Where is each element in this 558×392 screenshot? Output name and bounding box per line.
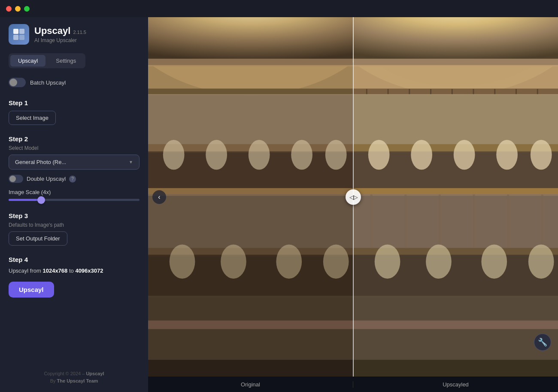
upscayled-image: [353, 17, 558, 377]
step3-label: Step 3: [9, 212, 140, 219]
nav-arrow-left[interactable]: ‹: [152, 190, 166, 204]
svg-point-24: [221, 244, 246, 279]
batch-label: Batch Upscayl: [30, 79, 66, 86]
step4-label: Step 4: [9, 256, 140, 263]
image-area: ◁▷ ‹ 🔧 Original Upscayled: [148, 17, 558, 392]
minimize-button[interactable]: [15, 6, 21, 12]
svg-point-16: [249, 140, 270, 170]
copyright-line1: Copyright © 2024 – Upscayl: [9, 370, 140, 378]
svg-rect-3: [19, 35, 24, 40]
chevron-down-icon: ▼: [129, 160, 133, 164]
step4-original-size: 1024x768: [42, 267, 67, 274]
svg-rect-41: [451, 89, 452, 95]
svg-rect-57: [404, 194, 406, 249]
sidebar: Upscayl 2.11.5 AI Image Upscaler Upscayl…: [0, 17, 148, 392]
copyright-line2: By The Upscayl Team: [9, 377, 140, 385]
copyright: Copyright © 2024 – Upscayl By The Upscay…: [9, 362, 140, 385]
svg-rect-46: [353, 94, 558, 145]
model-value: General Photo (Re...: [15, 159, 66, 165]
svg-rect-43: [494, 89, 495, 95]
left-arrow-icon: ‹: [158, 193, 160, 201]
svg-point-49: [368, 140, 389, 170]
step1-label: Step 1: [9, 99, 140, 106]
split-arrows-icon: ◁▷: [349, 194, 357, 201]
svg-rect-58: [438, 194, 440, 249]
svg-rect-36: [353, 88, 558, 95]
svg-rect-45: [537, 89, 538, 95]
svg-point-64: [374, 244, 400, 279]
svg-point-67: [528, 244, 554, 279]
toggle-knob: [9, 79, 17, 86]
svg-point-25: [276, 244, 302, 279]
settings-fab-button[interactable]: 🔧: [534, 334, 551, 351]
step3-sublabel: Defaults to Image's path: [9, 222, 140, 228]
app-subtitle: AI Image Upscaler: [34, 37, 86, 43]
svg-rect-20: [148, 194, 353, 249]
svg-point-14: [163, 140, 185, 170]
close-button[interactable]: [6, 6, 12, 12]
set-output-folder-button[interactable]: Set Output Folder: [9, 231, 67, 246]
logo-text: Upscayl 2.11.5 AI Image Upscaler: [34, 25, 86, 43]
double-toggle-knob: [9, 176, 16, 182]
svg-point-23: [170, 244, 195, 279]
select-image-button[interactable]: Select Image: [9, 111, 56, 125]
svg-point-17: [291, 140, 312, 170]
maximize-button[interactable]: [24, 6, 30, 12]
step2-section: Step 2 Select Model General Photo (Re...…: [9, 133, 140, 210]
logo-area: Upscayl 2.11.5 AI Image Upscaler: [9, 24, 140, 45]
svg-rect-33: [353, 17, 558, 61]
svg-rect-2: [13, 35, 18, 40]
step3-section: Step 3 Defaults to Image's path Set Outp…: [9, 210, 140, 253]
svg-rect-59: [473, 194, 475, 249]
svg-rect-56: [370, 194, 372, 249]
split-handle[interactable]: ◁▷: [346, 189, 361, 205]
double-upscayl-label: Double Upscayl: [27, 176, 66, 182]
tab-upscayl[interactable]: Upscayl: [10, 55, 45, 67]
step2-label: Step 2: [9, 135, 140, 143]
svg-rect-40: [430, 89, 431, 95]
upscayled-image-panel: [353, 17, 558, 377]
step4-to: to: [69, 267, 74, 274]
svg-rect-44: [516, 89, 517, 95]
step4-info: Upscayl from 1024x768 to 4096x3072: [9, 267, 140, 274]
svg-point-52: [496, 140, 518, 170]
svg-rect-38: [387, 89, 388, 95]
svg-rect-39: [409, 89, 410, 95]
svg-rect-69: [353, 320, 558, 329]
original-image-panel: [148, 17, 353, 377]
step4-upscaled-size: 4096x3072: [75, 267, 103, 274]
svg-point-53: [530, 140, 552, 170]
model-select-button[interactable]: General Photo (Re... ▼: [9, 155, 140, 170]
svg-point-50: [411, 140, 432, 170]
titlebar: [0, 0, 558, 17]
svg-point-26: [323, 244, 349, 279]
tab-settings[interactable]: Settings: [48, 55, 84, 67]
image-labels: Original Upscayled: [148, 377, 558, 392]
svg-rect-42: [473, 89, 474, 95]
nav-tabs: Upscayl Settings: [9, 53, 85, 68]
select-model-label: Select Model: [9, 145, 140, 151]
svg-rect-0: [13, 29, 18, 34]
original-image: [148, 17, 353, 377]
scale-slider[interactable]: [9, 199, 140, 201]
help-icon[interactable]: ?: [69, 176, 76, 182]
comparison-container: ◁▷ ‹ 🔧: [148, 17, 558, 377]
main-layout: Upscayl 2.11.5 AI Image Upscaler Upscayl…: [0, 17, 558, 392]
wrench-icon: 🔧: [538, 337, 547, 347]
batch-toggle[interactable]: [9, 78, 26, 87]
app-version: 2.11.5: [73, 30, 86, 35]
slider-thumb[interactable]: [37, 196, 45, 204]
double-upscayl-toggle[interactable]: [9, 175, 23, 183]
svg-rect-60: [507, 194, 509, 249]
svg-rect-55: [353, 194, 558, 249]
svg-rect-10: [148, 88, 353, 95]
svg-rect-37: [366, 89, 367, 95]
app-logo-icon: [9, 24, 29, 45]
svg-rect-1: [19, 29, 24, 34]
svg-rect-35: [353, 65, 558, 91]
svg-point-15: [206, 140, 227, 170]
upscayl-button[interactable]: Upscayl: [9, 282, 54, 298]
svg-rect-29: [148, 360, 353, 377]
slider-fill: [9, 199, 41, 201]
slider-track: [9, 199, 140, 201]
